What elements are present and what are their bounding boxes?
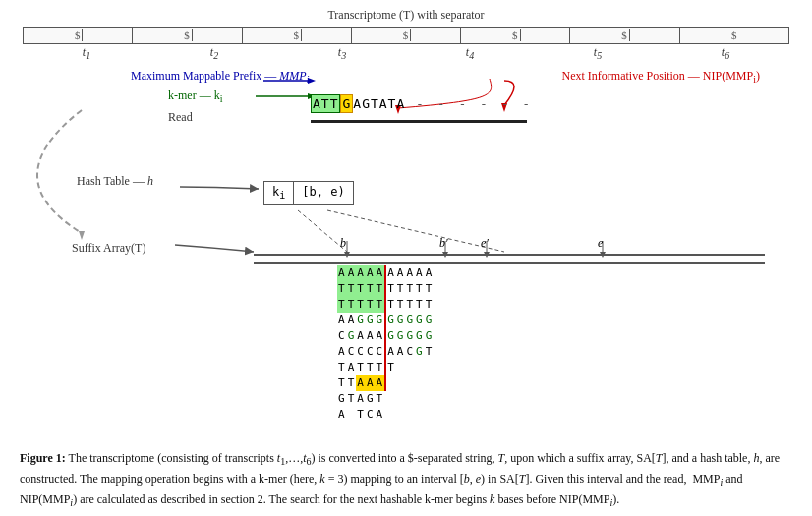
diagram-area: Maximum Mappable Prefix — MMPi Next Info…	[23, 61, 789, 351]
gc: A	[376, 265, 387, 281]
t-seg-2: $	[243, 28, 352, 43]
gc: T	[366, 297, 376, 313]
gc: T	[347, 297, 357, 313]
gc: A	[415, 265, 425, 281]
gc: G	[337, 391, 347, 407]
transcriptome-bar: $ $ $ $ $ $ $	[23, 27, 789, 44]
gc: T	[425, 344, 435, 360]
hash-ki: ki	[264, 182, 294, 203]
gc: T	[396, 297, 406, 313]
nip-label: Next Informative Position — NIP(MMPi)	[562, 69, 760, 85]
gc: G	[356, 313, 366, 328]
hash-table-label: Hash Table — h	[77, 174, 153, 189]
gc	[347, 407, 357, 423]
mmp-label: Maximum Mappable Prefix — MMPi	[131, 69, 309, 85]
gc: A	[396, 344, 406, 360]
gc: G	[405, 328, 415, 344]
t-label-1: t1	[23, 45, 150, 61]
grid-row-7: T A T T T T	[337, 360, 434, 375]
dna-highlight-orange: G	[340, 94, 353, 113]
gc: T	[347, 281, 357, 297]
gc: A	[356, 391, 366, 407]
gc	[386, 375, 396, 391]
dollar-2: $	[291, 29, 302, 41]
grid-row-3: T T T T T T T T T T	[337, 297, 434, 313]
gc: C	[366, 407, 376, 423]
grid-table: A A A A A A A A A A T T T T T T T T T	[337, 265, 434, 422]
gc: G	[415, 313, 425, 328]
dna-highlight-green: ATT	[311, 94, 340, 113]
gc: T	[366, 360, 376, 375]
gc	[415, 360, 425, 375]
gc: A	[347, 265, 357, 281]
t-labels-row: t1 t2 t3 t4 t5 t6	[23, 45, 789, 61]
gc: T	[337, 297, 347, 313]
gc: T	[376, 297, 387, 313]
gc: A	[347, 360, 357, 375]
caption: Figure 1: The transcriptome (consisting …	[20, 449, 792, 511]
gc: G	[396, 328, 406, 344]
gc: T	[386, 281, 396, 297]
kmer-label: k-mer — ki	[168, 88, 222, 104]
sa-label: Suffix Array(T)	[72, 241, 145, 256]
gc: A	[376, 375, 387, 391]
gc: T	[415, 281, 425, 297]
t-label-4: t4	[406, 45, 534, 61]
t-seg-3: $	[352, 28, 461, 43]
gc: A	[376, 407, 385, 423]
grid-row-2: T T T T T T T T T T	[337, 281, 434, 297]
read-bar	[311, 120, 527, 123]
t-label-3: t3	[278, 45, 406, 61]
gc: G	[405, 313, 415, 328]
dollar-3: $	[401, 29, 412, 41]
t-seg-0: $	[24, 28, 133, 43]
gc: C	[405, 344, 415, 360]
b-marker: b	[340, 236, 346, 251]
svg-line-8	[327, 210, 504, 252]
t-seg-1: $	[133, 28, 242, 43]
dollar-1: $	[182, 29, 193, 41]
hash-box: ki [b, e)	[263, 181, 354, 204]
t-seg-5: $	[570, 28, 679, 43]
gc: A	[405, 265, 415, 281]
gc: T	[425, 297, 435, 313]
gc: G	[396, 313, 406, 328]
bprime-marker: b′	[439, 236, 448, 251]
gc	[405, 360, 415, 375]
gc: A	[425, 265, 435, 281]
eprime-marker: e′	[481, 236, 489, 251]
gc: A	[337, 407, 347, 423]
transcriptome-section: $ $ $ $ $ $ $ t1 t2 t3 t4 t5 t6	[23, 27, 789, 61]
dna-sequence: ATTGAGTATA - - - - - -	[311, 96, 533, 111]
gc: A	[337, 265, 347, 281]
gc: C	[337, 328, 347, 344]
gc: T	[356, 407, 366, 423]
gc: T	[347, 375, 357, 391]
grid-row-5: C G A A A G G G G G	[337, 328, 434, 344]
gc: G	[366, 313, 376, 328]
gc: T	[405, 297, 415, 313]
gc: T	[386, 360, 396, 375]
gc: T	[347, 391, 357, 407]
sa-line-top	[254, 254, 765, 256]
gc: C	[347, 344, 357, 360]
grid-row-9: G T A G T	[337, 391, 434, 407]
gc: A	[386, 344, 396, 360]
t-label-2: t2	[150, 45, 278, 61]
gc: T	[425, 281, 435, 297]
grid-row-1: A A A A A A A A A A	[337, 265, 434, 281]
dna-dashes: - - - - - -	[405, 96, 533, 111]
t-seg-6: $	[680, 28, 788, 43]
gc: G	[386, 313, 396, 328]
gc: C	[376, 344, 387, 360]
gc: T	[356, 281, 366, 297]
gc: G	[415, 328, 425, 344]
gc: C	[366, 344, 376, 360]
gc: A	[366, 375, 376, 391]
hash-be: [b, e)	[294, 182, 352, 203]
gc	[425, 360, 435, 375]
gc: A	[356, 375, 366, 391]
read-label: Read	[168, 110, 193, 125]
grid-row-10: A T C A	[337, 407, 434, 423]
gc: A	[366, 265, 376, 281]
